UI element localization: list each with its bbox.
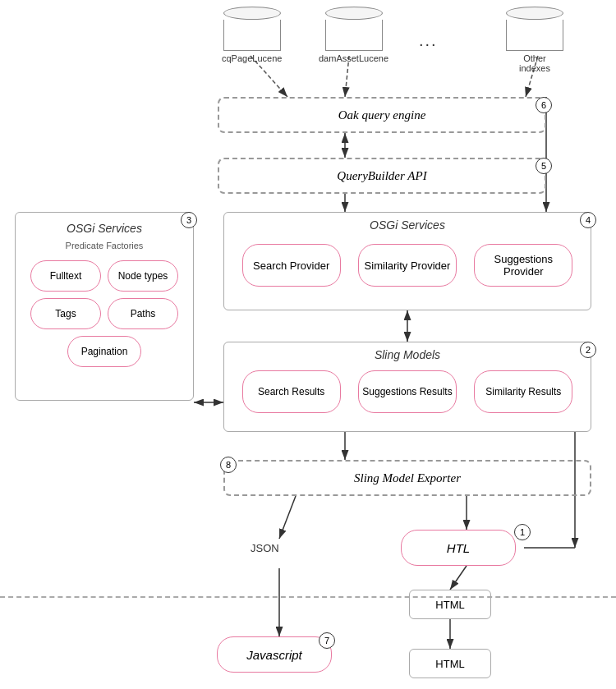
oak-query-engine-box: Oak query engine — [218, 97, 546, 133]
html-top-box: HTML — [409, 590, 491, 619]
node-types-box: Node types — [108, 260, 178, 292]
osgi-services-right-box: OSGi Services Search Provider Similarity… — [223, 212, 591, 310]
suggestions-provider-box: Suggestions Provider — [474, 244, 572, 287]
osgi-services-left-box: OSGi Services Predicate Factories Fullte… — [15, 212, 194, 401]
paths-box: Paths — [108, 298, 178, 329]
num-circle-1: 1 — [514, 524, 531, 540]
num-circle-6: 6 — [536, 97, 552, 113]
cylinder-other-indexes: Otherindexes — [506, 7, 563, 73]
num-circle-7: 7 — [319, 632, 335, 649]
num-circle-3: 3 — [181, 212, 197, 228]
sling-exporter-label: Sling Model Exporter — [354, 471, 461, 485]
cylinder-damassetlucene: damAssetLucene — [319, 7, 388, 63]
h-divider — [0, 596, 616, 598]
oak-query-label: Oak query engine — [338, 108, 426, 122]
num-circle-5: 5 — [536, 158, 552, 174]
search-provider-box: Search Provider — [242, 244, 341, 287]
osgi-predicate-subtitle: Predicate Factories — [66, 241, 144, 250]
num-circle-2: 2 — [580, 342, 596, 358]
suggestions-results-box: Suggestions Results — [358, 370, 457, 413]
json-label: JSON — [251, 542, 279, 554]
sling-exporter-box: Sling Model Exporter — [223, 460, 591, 496]
htl-label: HTL — [447, 541, 470, 555]
osgi-services-right-title: OSGi Services — [370, 218, 445, 232]
search-results-box: Search Results — [242, 370, 341, 413]
cylinder-cqpagelucene: cqPageLucene — [222, 7, 282, 63]
cylinder-damassetlucene-label: damAssetLucene — [319, 53, 388, 63]
sling-models-title: Sling Models — [375, 348, 440, 361]
tags-box: Tags — [30, 298, 101, 329]
similarity-provider-box: Similarity Provider — [358, 244, 457, 287]
querybuilder-label: QueryBuilder API — [337, 169, 426, 183]
diagram: cqPageLucene damAssetLucene ... Otherind… — [0, 0, 616, 689]
pagination-box: Pagination — [67, 336, 141, 367]
javascript-label: Javascript — [246, 648, 302, 662]
html-bottom-box: HTML — [409, 649, 491, 678]
javascript-box: Javascript — [217, 636, 332, 673]
cylinder-cqpagelucene-label: cqPageLucene — [222, 53, 282, 63]
num-circle-4: 4 — [580, 212, 596, 228]
cylinder-other-indexes-label: Otherindexes — [519, 53, 550, 73]
similarity-results-box: Similarity Results — [474, 370, 572, 413]
sling-models-box: Sling Models Search Results Suggestions … — [223, 342, 591, 432]
svg-line-15 — [450, 566, 467, 590]
ellipsis: ... — [419, 31, 438, 50]
querybuilder-box: QueryBuilder API — [218, 158, 546, 194]
htl-box: HTL — [401, 530, 516, 566]
num-circle-8: 8 — [220, 457, 237, 473]
svg-line-13 — [279, 496, 296, 539]
osgi-services-left-title: OSGi Services — [67, 222, 142, 235]
fulltext-box: Fulltext — [30, 260, 101, 292]
